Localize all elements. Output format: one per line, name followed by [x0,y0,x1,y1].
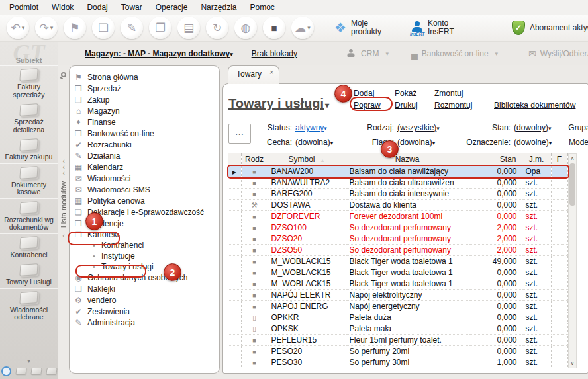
wyslij-odbierz-dropdown[interactable]: ✉Wyślij/Odbierz [528,48,588,59]
menu-item[interactable]: Podmiot [3,1,45,14]
drukuj-link[interactable]: Drukuj [395,101,418,110]
collapse-chevron-icon[interactable]: ‹ [62,233,65,239]
more-filters-button[interactable]: ⋯ [228,124,251,144]
tree-item[interactable]: ✎ Administracja [74,317,218,328]
table-row[interactable]: PEFLEUR15 Fleur 15ml perfumy toalet. 0,0… [228,334,567,345]
stan-filter[interactable]: (dowolny) [514,123,552,132]
search-icon[interactable] [61,72,66,77]
forward-button[interactable]: ↷ [35,17,58,39]
cecha-filter[interactable]: (dowolna) [295,138,333,147]
sidebar-module-item[interactable]: Rozrachunki wg dokumentów [0,198,58,233]
table-row[interactable]: NAPÓJ ENERG Napój energetyczny 0,000 szt… [228,300,567,312]
column-header-jm[interactable]: J.m. [522,153,551,165]
sidebar-module-item[interactable]: Faktury zakupu [0,136,58,163]
tree-item[interactable]: ❑ Zakup [74,94,218,105]
table-row[interactable]: M_WOBLACK15 Black Tiger woda toaletowa 1… [228,278,567,289]
menu-item[interactable]: Dodaj [80,1,114,14]
biblioteka-dokumentow-link[interactable]: Biblioteka dokumentów [494,101,575,110]
tree-item[interactable]: ✉ Wiadomości [74,173,218,184]
tree-item[interactable]: ❒ Bankowość on-line [74,128,218,139]
table-row[interactable]: M_WOBLACK15 Black Tiger woda toaletowa 1… [228,255,567,267]
cloud-archive-button[interactable]: ☁ [291,17,314,39]
magazyn-selector[interactable]: Magazyn: - MAP - Magazyn dodatkowy [85,49,233,58]
scrollbar-thumb[interactable] [569,163,575,206]
sidebar-module-item[interactable]: Wiadomości odebrane [0,288,58,323]
table-row[interactable]: DZSO100 So dezodorant perfumowany 2,000 … [228,222,567,233]
duplicate-button[interactable]: ❐ [149,17,172,39]
cube-button[interactable]: ■ [263,17,285,39]
sidebar-module-item[interactable]: Kontrahenci [0,233,58,261]
crm-dropdown[interactable]: CRM [345,47,389,60]
konto-insert-button[interactable]: InsERT Konto InsERT [411,19,466,36]
edit-document-button[interactable]: ✎ [121,17,143,39]
flaga-filter[interactable]: (dowolna) [397,138,435,147]
brak-blokady-link[interactable]: Brak blokady [252,49,297,58]
menu-item[interactable]: Operacje [149,1,195,14]
table-row[interactable]: DZSO20 So dezodorant perfumowany 2,000 s… [228,233,567,244]
status-filter[interactable]: aktywny [295,123,327,132]
column-header-stan[interactable]: Stan [469,153,522,165]
table-row[interactable]: NAPÓJ ELEKTR Napój elektrolityczny 0,000… [228,289,567,300]
marker-column-header[interactable] [228,153,241,165]
menu-item[interactable]: Narzędzia [194,1,243,14]
table-row[interactable]: DZFOREVER Forever dezodorant 100ml 0,000… [228,210,567,222]
tree-item[interactable]: ❐ Kartoteki [74,229,218,240]
sidebar-module-item[interactable]: Towary i usługi [0,261,58,288]
tree-item[interactable]: • Instytucje [74,251,218,261]
tree-item[interactable]: ⌂ Magazyn [74,105,218,116]
rodzaj-filter[interactable]: (wszystkie) [397,123,440,132]
column-header-symbol[interactable]: Symbol [268,153,346,165]
close-tab-icon[interactable]: × [270,68,273,76]
sidebar-module-item[interactable]: Faktury sprzedaży [0,65,58,101]
column-header-f[interactable]: F [551,153,567,165]
tree-item[interactable]: ▦ Kalendarz [74,161,218,173]
table-row[interactable]: PESO20 So perfumy 20ml 0,000 szt. [228,345,567,357]
tree-item[interactable]: ❒ Sprzedaż [74,83,218,94]
oznaczenie-filter[interactable]: (dowolne) [514,138,552,147]
table-row[interactable]: BANAW200 Balsam do ciała nawilżający 0,0… [228,165,567,177]
tree-item[interactable]: ✉ Wiadomości SMS [74,184,218,195]
table-row[interactable]: OPKKR Paleta duża 0,000 szt. [228,312,567,323]
table-row[interactable]: M_WOBLACK15 Black Tiger woda toaletowa 1… [228,267,567,278]
column-header-nazwa[interactable]: Nazwa [346,153,469,165]
rozmontuj-link[interactable]: Rozmontuj [434,101,472,110]
page-title[interactable]: Towary i usługi [228,96,329,111]
sidebar-module-item[interactable]: Dokumenty kasowe [0,163,58,198]
tree-item[interactable]: ❏ Naklejki [74,283,218,294]
table-row[interactable]: PESO30 So perfumy 30ml 1,000 szt. [228,357,567,368]
sidebar-module-item[interactable]: Sprzedaż detaliczna [0,101,58,136]
tree-item[interactable]: ✔ Rozrachunki [74,139,218,150]
mini-module-icon[interactable] [15,368,27,375]
menu-item[interactable]: Pomoc [243,1,281,14]
tree-item[interactable]: ✎ Działania [74,150,218,161]
table-row[interactable]: BAREG200 Balsam do ciała intensywnie 0,0… [228,188,567,199]
chevron-down-icon[interactable]: ▾ [27,358,30,364]
table-row[interactable]: OPKSK Paleta mała 0,000 szt. [228,323,567,334]
table-row[interactable]: DZSO50 So dezodorant perfumowany 2,000 s… [228,244,567,255]
popraw-link[interactable]: Popraw [354,101,381,110]
tree-item[interactable]: ⚑ Strona główna [74,71,218,83]
table-row[interactable]: BANAWULTRA2 Balsam do ciała ultranawilże… [228,177,567,188]
tree-item[interactable]: • Kontrahenci [74,240,218,251]
collapse-chevron-icon[interactable]: ‹ [62,170,65,176]
moje-produkty-button[interactable]: ❖ Moje produkty [334,19,389,36]
refresh-button[interactable]: ↻ [206,17,228,39]
dodaj-link[interactable]: Dodaj [354,89,374,98]
tree-item[interactable]: • Towary i usługi [74,261,218,272]
tree-item[interactable]: ⚙ vendero [74,294,218,306]
scroll-down-icon[interactable]: ∨ [569,359,576,368]
menu-item[interactable]: Widok [45,1,80,14]
print-button[interactable]: ▤ [177,17,200,39]
abonament-button[interactable]: Abonament aktywny [512,21,588,35]
pokaz-link[interactable]: Pokaż [395,89,416,98]
back-button[interactable]: ↶ [7,17,29,39]
tree-item[interactable]: ◉ Ochrona danych osobowych [74,272,218,283]
web-button[interactable]: ◍ [234,17,257,39]
menu-item[interactable]: Towar [115,1,149,14]
tab-towary[interactable]: Towary × [228,65,279,84]
new-document-button[interactable]: ❏ [92,17,115,39]
scroll-up-icon[interactable]: ∧ [569,154,576,163]
zmontuj-link[interactable]: Zmontuj [434,89,463,98]
table-row[interactable]: DOSTAWA Dostawa do klienta 0,000 szt. [228,199,567,210]
tree-item[interactable]: ▦ Polityka cenowa [74,195,218,206]
